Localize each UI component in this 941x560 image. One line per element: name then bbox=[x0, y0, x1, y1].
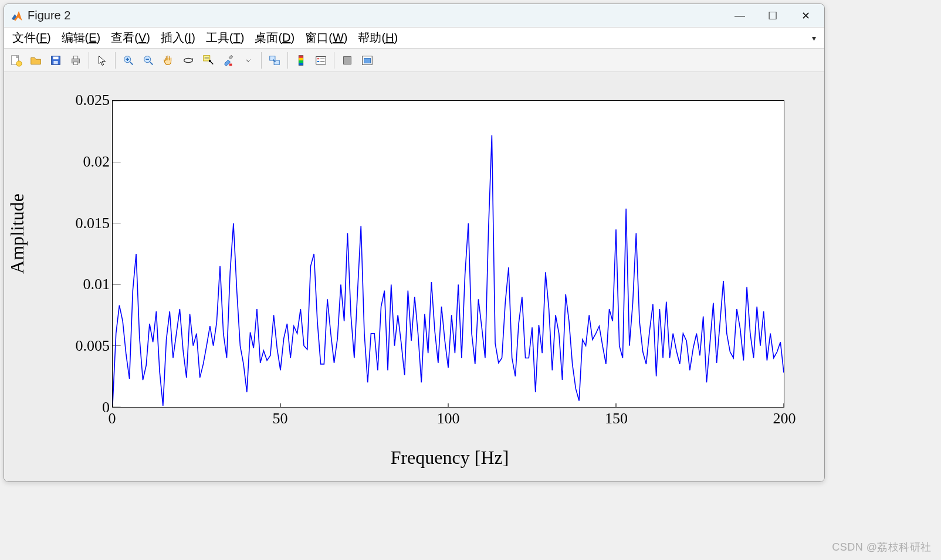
hide-tools-button[interactable] bbox=[338, 51, 357, 70]
chevron-down-icon bbox=[245, 54, 252, 67]
svg-point-20 bbox=[209, 60, 211, 62]
colorbar-icon bbox=[295, 54, 307, 67]
axes[interactable]: Amplitude Frequency [Hz] 00.0050.010.015… bbox=[15, 90, 814, 471]
menu-file[interactable]: 文件(F) bbox=[8, 29, 56, 47]
svg-rect-33 bbox=[317, 60, 320, 62]
print-button[interactable] bbox=[66, 51, 85, 70]
svg-rect-26 bbox=[299, 55, 303, 57]
square-icon bbox=[341, 54, 354, 67]
svg-rect-6 bbox=[73, 56, 77, 59]
x-tick-label: 50 bbox=[273, 410, 288, 427]
figure-area[interactable]: Amplitude Frequency [Hz] 00.0050.010.015… bbox=[4, 72, 824, 481]
matlab-icon bbox=[10, 9, 23, 22]
svg-rect-22 bbox=[229, 63, 232, 66]
line-plot bbox=[113, 101, 784, 407]
zoom-out-button[interactable] bbox=[139, 51, 158, 70]
legend-icon bbox=[314, 54, 327, 67]
svg-line-9 bbox=[130, 61, 133, 65]
brush-button[interactable] bbox=[219, 51, 238, 70]
y-tick-label: 0.025 bbox=[76, 91, 110, 109]
svg-point-1 bbox=[16, 60, 22, 66]
window-title: Figure 2 bbox=[28, 9, 70, 22]
menu-edit[interactable]: 编辑(E) bbox=[57, 29, 106, 47]
svg-rect-4 bbox=[53, 60, 57, 64]
minimize-button[interactable]: — bbox=[723, 4, 756, 28]
x-tick-label: 100 bbox=[437, 410, 460, 427]
brush-dropdown[interactable] bbox=[239, 51, 258, 70]
link-icon bbox=[268, 54, 281, 67]
svg-rect-30 bbox=[316, 56, 326, 64]
watermark: CSDN @荔枝科研社 bbox=[832, 540, 932, 554]
x-tick-label: 0 bbox=[109, 410, 116, 427]
data-cursor-button[interactable] bbox=[199, 51, 218, 70]
zoom-in-icon bbox=[122, 54, 135, 67]
link-plots-button[interactable] bbox=[265, 51, 284, 70]
menubar: 文件(F) 编辑(E) 查看(V) 插入(I) 工具(T) 桌面(D) 窗口(W… bbox=[4, 28, 824, 49]
svg-point-15 bbox=[184, 58, 193, 62]
figure-window: Figure 2 — ☐ ✕ 文件(F) 编辑(E) 查看(V) 插入(I) 工… bbox=[4, 4, 825, 482]
legend-button[interactable] bbox=[312, 51, 330, 70]
minimize-icon: — bbox=[734, 9, 745, 22]
data-cursor-icon bbox=[202, 54, 215, 67]
y-tick-label: 0.02 bbox=[83, 153, 110, 171]
titlebar[interactable]: Figure 2 — ☐ ✕ bbox=[4, 4, 824, 28]
x-tick-label: 200 bbox=[773, 410, 796, 427]
close-icon: ✕ bbox=[801, 9, 810, 22]
rotate-icon bbox=[182, 54, 195, 67]
svg-rect-3 bbox=[53, 56, 58, 59]
y-tick-label: 0.01 bbox=[83, 276, 110, 293]
y-axis-label: Amplitude bbox=[6, 194, 28, 274]
pan-button[interactable] bbox=[159, 51, 178, 70]
rotate-button[interactable] bbox=[179, 51, 198, 70]
svg-rect-37 bbox=[364, 58, 371, 63]
svg-rect-31 bbox=[317, 58, 320, 59]
menu-tools[interactable]: 工具(T) bbox=[201, 29, 249, 47]
print-icon bbox=[69, 54, 82, 67]
pointer-button[interactable] bbox=[93, 51, 111, 70]
menu-window[interactable]: 窗口(W) bbox=[300, 29, 352, 47]
save-icon bbox=[49, 54, 62, 67]
zoom-out-icon bbox=[142, 54, 155, 67]
brush-icon bbox=[222, 54, 235, 67]
menu-overflow-icon[interactable]: ▾ bbox=[812, 33, 821, 43]
maximize-button[interactable]: ☐ bbox=[756, 4, 789, 28]
svg-rect-29 bbox=[299, 63, 303, 65]
save-button[interactable] bbox=[46, 51, 65, 70]
open-icon bbox=[29, 54, 42, 67]
new-file-icon bbox=[9, 54, 22, 67]
svg-rect-27 bbox=[299, 57, 303, 60]
maximize-icon: ☐ bbox=[768, 9, 777, 22]
menu-help[interactable]: 帮助(H) bbox=[353, 29, 402, 47]
dock-button[interactable] bbox=[358, 51, 377, 70]
pan-icon bbox=[162, 54, 175, 67]
menu-view[interactable]: 查看(V) bbox=[106, 29, 155, 47]
pointer-icon bbox=[96, 54, 109, 67]
dock-icon bbox=[361, 54, 374, 67]
menu-insert[interactable]: 插入(I) bbox=[156, 29, 200, 47]
svg-rect-23 bbox=[270, 56, 275, 60]
new-figure-button[interactable] bbox=[6, 51, 25, 70]
x-tick-label: 150 bbox=[605, 410, 628, 427]
y-tick-label: 0.005 bbox=[76, 337, 110, 355]
open-button[interactable] bbox=[26, 51, 45, 70]
toolbar bbox=[4, 49, 824, 72]
svg-rect-35 bbox=[344, 56, 351, 64]
plot-box[interactable] bbox=[112, 100, 784, 408]
colorbar-button[interactable] bbox=[292, 51, 310, 70]
x-axis-label: Frequency [Hz] bbox=[391, 447, 509, 469]
svg-rect-28 bbox=[299, 60, 303, 63]
zoom-in-button[interactable] bbox=[119, 51, 138, 70]
svg-rect-16 bbox=[204, 55, 210, 60]
svg-line-13 bbox=[150, 61, 153, 65]
menu-desktop[interactable]: 桌面(D) bbox=[250, 29, 299, 47]
svg-rect-21 bbox=[229, 55, 232, 59]
svg-rect-7 bbox=[73, 62, 77, 65]
close-button[interactable]: ✕ bbox=[789, 4, 822, 28]
y-tick-label: 0.015 bbox=[76, 215, 110, 232]
